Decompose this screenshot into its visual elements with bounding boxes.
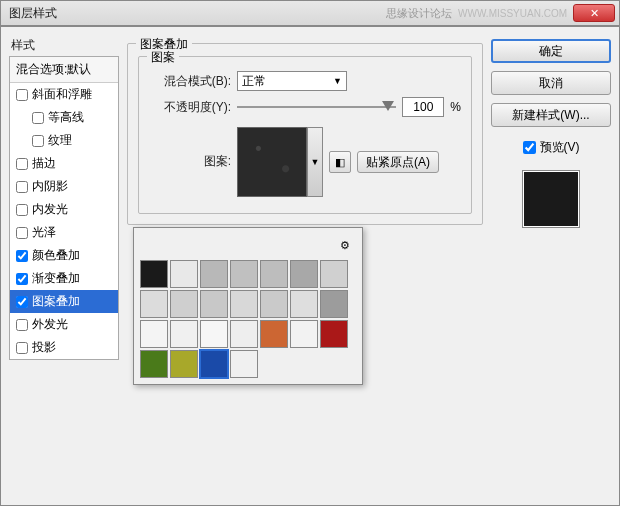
style-checkbox[interactable] (16, 250, 28, 262)
style-checkbox[interactable] (16, 158, 28, 170)
style-checkbox[interactable] (32, 135, 44, 147)
preview-thumbnail (522, 170, 580, 228)
style-item-label: 渐变叠加 (32, 270, 80, 287)
preview-checkbox-row[interactable]: 预览(V) (491, 139, 611, 156)
style-checkbox[interactable] (16, 319, 28, 331)
style-item-label: 斜面和浮雕 (32, 86, 92, 103)
chevron-down-icon: ▼ (333, 76, 342, 86)
style-item-label: 内阴影 (32, 178, 68, 195)
style-checkbox[interactable] (16, 227, 28, 239)
style-item-label: 纹理 (48, 132, 72, 149)
swatch[interactable] (260, 260, 288, 288)
titlebar: 图层样式 思缘设计论坛 WWW.MISSYUAN.COM ✕ (0, 0, 620, 26)
watermark-url: WWW.MISSYUAN.COM (458, 8, 567, 19)
swatch[interactable] (200, 290, 228, 318)
style-checkbox[interactable] (16, 89, 28, 101)
preview-checkbox[interactable] (523, 141, 536, 154)
swatch[interactable] (320, 290, 348, 318)
opacity-input[interactable] (402, 97, 444, 117)
opacity-unit: % (450, 100, 461, 114)
style-checkbox[interactable] (32, 112, 44, 124)
opacity-label: 不透明度(Y): (149, 99, 231, 116)
swatch[interactable] (260, 290, 288, 318)
snap-origin-button[interactable]: 贴紧原点(A) (357, 151, 439, 173)
style-checkbox[interactable] (16, 204, 28, 216)
style-item-3[interactable]: 描边 (10, 152, 118, 175)
swatch[interactable] (290, 320, 318, 348)
swatch[interactable] (140, 290, 168, 318)
style-item-0[interactable]: 斜面和浮雕 (10, 83, 118, 106)
pattern-dropdown-button[interactable]: ▼ (307, 127, 323, 197)
swatch[interactable] (230, 260, 258, 288)
cancel-button[interactable]: 取消 (491, 71, 611, 95)
swatch[interactable] (170, 320, 198, 348)
swatch[interactable] (320, 320, 348, 348)
gear-icon[interactable]: ⚙ (334, 234, 356, 256)
watermark: 思缘设计论坛 (386, 6, 452, 21)
new-preset-icon[interactable]: ◧ (329, 151, 351, 173)
style-item-label: 描边 (32, 155, 56, 172)
pattern-picker[interactable]: ▼ (237, 127, 323, 197)
style-item-10[interactable]: 外发光 (10, 313, 118, 336)
preview-label: 预览(V) (540, 139, 580, 156)
group-pattern: 图案 混合模式(B): 正常 ▼ 不透明度(Y): % (138, 56, 472, 214)
pattern-swatch-popup: ⚙ (133, 227, 363, 385)
slider-thumb-icon[interactable] (382, 101, 394, 111)
blend-mode-row: 混合模式(B): 正常 ▼ (149, 71, 461, 91)
styles-label: 样式 (9, 37, 119, 54)
swatch[interactable] (140, 350, 168, 378)
style-item-5[interactable]: 内发光 (10, 198, 118, 221)
style-checkbox[interactable] (16, 296, 28, 308)
style-item-label: 图案叠加 (32, 293, 80, 310)
close-button[interactable]: ✕ (573, 4, 615, 22)
swatch[interactable] (170, 290, 198, 318)
group-inner-title: 图案 (147, 49, 179, 66)
new-style-button[interactable]: 新建样式(W)... (491, 103, 611, 127)
swatch[interactable] (290, 260, 318, 288)
blend-mode-label: 混合模式(B): (149, 73, 231, 90)
swatch[interactable] (200, 260, 228, 288)
swatch[interactable] (230, 320, 258, 348)
swatch[interactable] (260, 320, 288, 348)
blend-options-header[interactable]: 混合选项:默认 (10, 57, 118, 83)
window-title: 图层样式 (5, 5, 386, 22)
style-checkbox[interactable] (16, 273, 28, 285)
styles-list: 混合选项:默认 斜面和浮雕等高线纹理描边内阴影内发光光泽颜色叠加渐变叠加图案叠加… (9, 56, 119, 360)
style-item-label: 光泽 (32, 224, 56, 241)
style-item-1[interactable]: 等高线 (10, 106, 118, 129)
swatch[interactable] (170, 350, 198, 378)
swatch[interactable] (170, 260, 198, 288)
style-item-label: 内发光 (32, 201, 68, 218)
styles-column: 样式 混合选项:默认 斜面和浮雕等高线纹理描边内阴影内发光光泽颜色叠加渐变叠加图… (9, 37, 119, 495)
pattern-preview (237, 127, 307, 197)
style-item-7[interactable]: 颜色叠加 (10, 244, 118, 267)
center-column: 图案叠加 图案 混合模式(B): 正常 ▼ 不透明度(Y): % (127, 37, 483, 495)
pattern-row: 图案: ▼ ◧ 贴紧原点(A) (149, 127, 461, 197)
style-item-4[interactable]: 内阴影 (10, 175, 118, 198)
swatch[interactable] (200, 350, 228, 378)
swatch[interactable] (320, 260, 348, 288)
style-item-9[interactable]: 图案叠加 (10, 290, 118, 313)
style-item-label: 投影 (32, 339, 56, 356)
style-item-label: 等高线 (48, 109, 84, 126)
swatch[interactable] (200, 320, 228, 348)
blend-mode-select[interactable]: 正常 ▼ (237, 71, 347, 91)
style-checkbox[interactable] (16, 342, 28, 354)
right-column: 确定 取消 新建样式(W)... 预览(V) (491, 37, 611, 495)
swatch[interactable] (290, 290, 318, 318)
style-checkbox[interactable] (16, 181, 28, 193)
style-item-2[interactable]: 纹理 (10, 129, 118, 152)
swatch[interactable] (230, 350, 258, 378)
style-item-8[interactable]: 渐变叠加 (10, 267, 118, 290)
ok-button[interactable]: 确定 (491, 39, 611, 63)
style-item-11[interactable]: 投影 (10, 336, 118, 359)
swatch[interactable] (230, 290, 258, 318)
swatch[interactable] (140, 320, 168, 348)
opacity-slider[interactable] (237, 100, 396, 114)
swatch[interactable] (140, 260, 168, 288)
style-item-label: 颜色叠加 (32, 247, 80, 264)
swatch-grid (140, 260, 356, 378)
blend-mode-value: 正常 (242, 73, 266, 90)
dialog-body: 样式 混合选项:默认 斜面和浮雕等高线纹理描边内阴影内发光光泽颜色叠加渐变叠加图… (0, 26, 620, 506)
style-item-6[interactable]: 光泽 (10, 221, 118, 244)
